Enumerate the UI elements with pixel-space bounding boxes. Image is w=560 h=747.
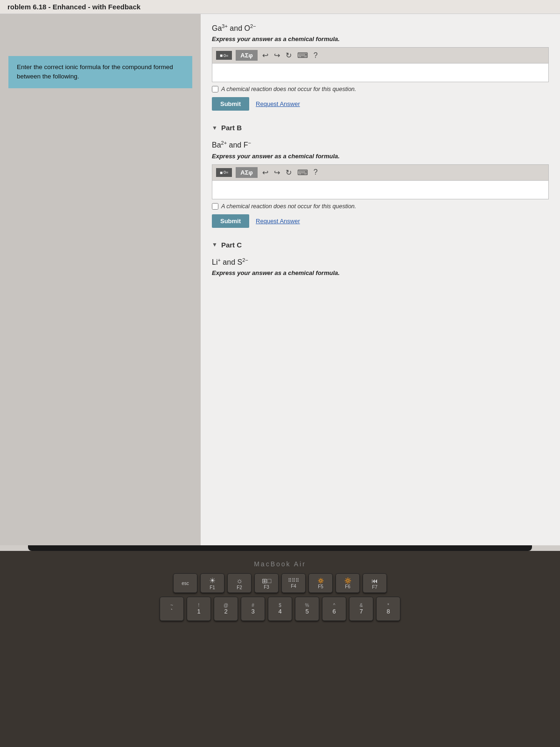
part-a-checkbox-row: A chemical reaction does not occur for t… bbox=[212, 86, 549, 92]
part-b-divider: ▼ Part B bbox=[212, 124, 549, 132]
part-a-no-reaction-checkbox[interactable] bbox=[212, 86, 218, 92]
part-a-submit-button[interactable]: Submit bbox=[212, 97, 249, 111]
key-f6[interactable]: 🔆 F6 bbox=[336, 573, 360, 593]
part-b-compound: Ba2+ and F− bbox=[212, 140, 549, 149]
number-key-row: ~ ` ! 1 @ 2 # 3 $ 4 % 5 ^ 6 & 7 bbox=[14, 597, 546, 621]
part-b-arrow-icon: ▼ bbox=[212, 125, 217, 131]
key-6[interactable]: ^ 6 bbox=[322, 597, 346, 621]
part-b-action-row: Submit Request Answer bbox=[212, 214, 549, 228]
key-7[interactable]: & 7 bbox=[349, 597, 373, 621]
part-b-toolbar: ■0= ΑΣφ ↩ ↪ ↻ ⌨ ? bbox=[212, 164, 549, 181]
part-b-format-button[interactable]: ■0= bbox=[216, 168, 232, 177]
part-c-section: Li+ and S2− Express your answer as a che… bbox=[212, 257, 549, 276]
key-5[interactable]: % 5 bbox=[295, 597, 319, 621]
part-b-keyboard-icon[interactable]: ⌨ bbox=[296, 168, 309, 177]
left-panel: Enter the correct ionic formula for the … bbox=[0, 14, 201, 545]
key-2[interactable]: @ 2 bbox=[214, 597, 238, 621]
part-c-divider: ▼ Part C bbox=[212, 241, 549, 249]
part-a-section: Ga3+ and O2− Express your answer as a ch… bbox=[212, 23, 549, 111]
part-a-action-row: Submit Request Answer bbox=[212, 97, 549, 111]
screen-bezel bbox=[28, 545, 532, 551]
key-f2[interactable]: ☼ F2 bbox=[227, 573, 252, 593]
page-title: roblem 6.18 - Enhanced - with Feedback bbox=[7, 3, 140, 11]
key-f4[interactable]: ⠿⠿⠿ F4 bbox=[281, 573, 306, 593]
part-b-label: Part B bbox=[221, 124, 242, 132]
part-b-no-reaction-checkbox[interactable] bbox=[212, 203, 218, 210]
key-f5[interactable]: 🔅 F5 bbox=[308, 573, 333, 593]
part-a-format-button[interactable]: ■0= bbox=[216, 51, 232, 60]
part-a-request-answer-button[interactable]: Request Answer bbox=[256, 100, 300, 107]
part-b-ase-button[interactable]: ΑΣφ bbox=[236, 167, 258, 178]
part-b-checkbox-label: A chemical reaction does not occur for t… bbox=[221, 203, 356, 210]
key-esc[interactable]: esc bbox=[173, 573, 197, 593]
part-c-label: Part C bbox=[221, 241, 242, 249]
part-a-express-label: Express your answer as a chemical formul… bbox=[212, 35, 549, 42]
part-b-redo-icon[interactable]: ↪ bbox=[273, 168, 281, 177]
part-a-undo-icon[interactable]: ↩ bbox=[261, 51, 269, 60]
key-8[interactable]: * 8 bbox=[376, 597, 400, 621]
part-a-toolbar: ■0= ΑΣφ ↩ ↪ ↻ ⌨ ? bbox=[212, 47, 549, 63]
key-f7[interactable]: ⏮ F7 bbox=[363, 573, 387, 593]
keyboard-area: MacBook Air esc ☀ F1 ☼ F2 ⊞□ F3 ⠿⠿⠿ F4 🔅… bbox=[0, 551, 560, 747]
part-a-compound: Ga3+ and O2− bbox=[212, 23, 549, 33]
key-1[interactable]: ! 1 bbox=[187, 597, 211, 621]
part-b-express-label: Express your answer as a chemical formul… bbox=[212, 153, 549, 160]
part-b-section: Ba2+ and F− Express your answer as a che… bbox=[212, 140, 549, 227]
key-f1[interactable]: ☀ F1 bbox=[200, 573, 224, 593]
part-a-keyboard-icon[interactable]: ⌨ bbox=[296, 51, 309, 60]
part-a-checkbox-label: A chemical reaction does not occur for t… bbox=[221, 86, 356, 92]
part-b-undo-icon[interactable]: ↩ bbox=[261, 168, 269, 177]
part-a-answer-input[interactable] bbox=[212, 63, 549, 82]
screen: roblem 6.18 - Enhanced - with Feedback E… bbox=[0, 0, 560, 551]
part-a-help-icon[interactable]: ? bbox=[313, 51, 319, 60]
part-c-express-label: Express your answer as a chemical formul… bbox=[212, 269, 549, 276]
key-3[interactable]: # 3 bbox=[241, 597, 265, 621]
key-4[interactable]: $ 4 bbox=[268, 597, 292, 621]
content-area: Enter the correct ionic formula for the … bbox=[0, 14, 560, 545]
macbook-label: MacBook Air bbox=[14, 560, 546, 568]
part-b-request-answer-button[interactable]: Request Answer bbox=[256, 218, 300, 225]
part-a-redo-icon[interactable]: ↪ bbox=[273, 51, 281, 60]
title-bar: roblem 6.18 - Enhanced - with Feedback bbox=[0, 0, 560, 14]
part-b-checkbox-row: A chemical reaction does not occur for t… bbox=[212, 203, 549, 210]
key-tilde[interactable]: ~ ` bbox=[160, 597, 184, 621]
part-c-arrow-icon: ▼ bbox=[212, 241, 217, 248]
key-f3[interactable]: ⊞□ F3 bbox=[254, 573, 279, 593]
fn-key-row: esc ☀ F1 ☼ F2 ⊞□ F3 ⠿⠿⠿ F4 🔅 F5 🔆 F6 ⏮ F… bbox=[14, 573, 546, 593]
part-a-refresh-icon[interactable]: ↻ bbox=[285, 51, 293, 60]
part-c-compound: Li+ and S2− bbox=[212, 257, 549, 267]
part-b-help-icon[interactable]: ? bbox=[313, 168, 319, 176]
part-a-ase-button[interactable]: ΑΣφ bbox=[236, 50, 258, 61]
part-b-submit-button[interactable]: Submit bbox=[212, 214, 249, 228]
problem-instruction: Enter the correct ionic formula for the … bbox=[8, 56, 192, 88]
part-b-refresh-icon[interactable]: ↻ bbox=[285, 168, 293, 177]
part-b-answer-input[interactable] bbox=[212, 181, 549, 199]
right-panel: Ga3+ and O2− Express your answer as a ch… bbox=[201, 14, 560, 545]
